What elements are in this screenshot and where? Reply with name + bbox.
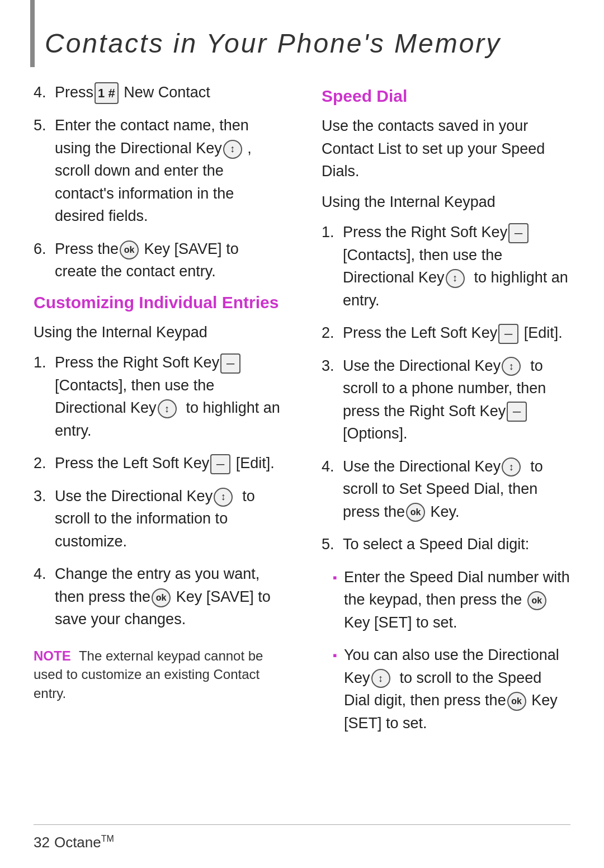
speed-step-2-num: 2. — [322, 322, 343, 345]
using-internal-keypad-right: Using the Internal Keypad — [322, 191, 570, 214]
speed-step-5-text: To select a Speed Dial digit: — [343, 533, 570, 556]
speed-step-3-num: 3. — [322, 355, 343, 378]
speed-step-4-num: 4. — [322, 455, 343, 478]
speed-step-4: 4. Use the Directional Key↕ to scroll to… — [322, 455, 570, 523]
step-6-num: 6. — [34, 238, 55, 261]
step-4-text: Press1 # New Contact — [55, 81, 282, 104]
step-4-num: 4. — [34, 81, 55, 104]
cust-step-4: 4. Change the entry as you want, then pr… — [34, 563, 282, 631]
customizing-heading: Customizing Individual Entries — [34, 293, 282, 312]
cust-step-2-num: 2. — [34, 452, 55, 475]
left-column: 4. Press1 # New Contact 5. Enter the con… — [34, 81, 288, 744]
right-column: Speed Dial Use the contacts saved in you… — [316, 81, 570, 744]
speed-step-1-num: 1. — [322, 221, 343, 244]
speed-dial-heading: Speed Dial — [322, 87, 570, 106]
footer-product: OctaneTM — [54, 834, 114, 851]
cust-step-3-num: 3. — [34, 485, 55, 508]
cust-step-3: 3. Use the Directional Key↕ to scroll to… — [34, 485, 282, 553]
cust-step-1: 1. Press the Right Soft Key─ [Contacts],… — [34, 351, 282, 442]
step-5-text: Enter the contact name, then using the D… — [55, 114, 282, 228]
ok-key-bullet1: ok — [527, 591, 546, 610]
cust-step-2-text: Press the Left Soft Key─ [Edit]. — [55, 452, 282, 475]
dir-key-speed1: ↕ — [446, 269, 465, 288]
dir-key-cust1: ↕ — [158, 399, 177, 418]
speed-step-1-text: Press the Right Soft Key─ [Contacts], th… — [343, 221, 570, 312]
cust-step-4-text: Change the entry as you want, then press… — [55, 563, 282, 631]
speed-step-3-text: Use the Directional Key↕ to scroll to a … — [343, 355, 570, 445]
step-5-left: 5. Enter the contact name, then using th… — [34, 114, 282, 228]
dir-key-speed3: ↕ — [502, 357, 521, 376]
page-title: Contacts in Your Phone's Memory — [45, 17, 570, 59]
ok-key-cust4: ok — [152, 588, 171, 607]
page-container: Contacts in Your Phone's Memory 4. Press… — [0, 0, 604, 868]
bullet-marker-2: ▪ — [333, 644, 344, 664]
cust-step-1-text: Press the Right Soft Key─ [Contacts], th… — [55, 351, 282, 442]
step-4-left: 4. Press1 # New Contact — [34, 81, 282, 104]
content-area: 4. Press1 # New Contact 5. Enter the con… — [0, 81, 604, 744]
cust-step-2: 2. Press the Left Soft Key─ [Edit]. — [34, 452, 282, 475]
cust-step-1-num: 1. — [34, 351, 55, 374]
speed-bullet-1: ▪ Enter the Speed Dial number with the k… — [322, 566, 570, 634]
footer-content: 32 OctaneTM — [34, 834, 570, 851]
speed-step-5-num: 5. — [322, 533, 343, 556]
dir-key-bullet2: ↕ — [371, 669, 390, 688]
speed-dial-intro: Use the contacts saved in your Contact L… — [322, 115, 570, 183]
right-soft-key-icon: ─ — [220, 353, 240, 374]
page-header: Contacts in Your Phone's Memory — [0, 0, 604, 59]
using-internal-keypad-left: Using the Internal Keypad — [34, 321, 282, 344]
note-block: NOTE The external keypad cannot be used … — [34, 647, 282, 703]
ok-key-bullet2: ok — [507, 692, 526, 711]
dir-key-icon: ↕ — [223, 140, 242, 159]
speed-step-4-text: Use the Directional Key↕ to scroll to Se… — [343, 455, 570, 523]
cust-step-3-text: Use the Directional Key↕ to scroll to th… — [55, 485, 282, 553]
footer-page-number: 32 — [34, 834, 50, 851]
speed-bullet-2-text: You can also use the Directional Key↕ to… — [344, 644, 570, 734]
dir-key-speed4: ↕ — [502, 457, 521, 477]
speed-step-2: 2. Press the Left Soft Key─ [Edit]. — [322, 322, 570, 345]
trademark-symbol: TM — [101, 834, 114, 843]
speed-step-5: 5. To select a Speed Dial digit: — [322, 533, 570, 556]
cust-step-4-num: 4. — [34, 563, 55, 586]
ok-key-icon: ok — [120, 240, 139, 260]
key-1hash-icon: 1 # — [95, 82, 119, 104]
speed-bullet-2: ▪ You can also use the Directional Key↕ … — [322, 644, 570, 734]
bullet-marker-1: ▪ — [333, 566, 344, 587]
left-soft-key-speed2: ─ — [498, 324, 518, 344]
speed-bullet-1-text: Enter the Speed Dial number with the key… — [344, 566, 570, 634]
step-6-left: 6. Press theok Key [SAVE] to create the … — [34, 238, 282, 283]
speed-step-1: 1. Press the Right Soft Key─ [Contacts],… — [322, 221, 570, 312]
right-soft-key-speed3: ─ — [507, 402, 527, 422]
page-footer: 32 OctaneTM — [34, 824, 570, 851]
speed-step-2-text: Press the Left Soft Key─ [Edit]. — [343, 322, 570, 345]
note-label: NOTE — [34, 648, 71, 663]
ok-key-speed4: ok — [406, 503, 425, 522]
left-soft-key-icon: ─ — [210, 454, 230, 474]
step-5-num: 5. — [34, 114, 55, 137]
right-soft-key-speed1: ─ — [508, 223, 528, 243]
step-6-text: Press theok Key [SAVE] to create the con… — [55, 238, 282, 283]
left-accent-bar — [30, 0, 35, 67]
speed-step-3: 3. Use the Directional Key↕ to scroll to… — [322, 355, 570, 445]
dir-key-cust3: ↕ — [214, 488, 233, 507]
